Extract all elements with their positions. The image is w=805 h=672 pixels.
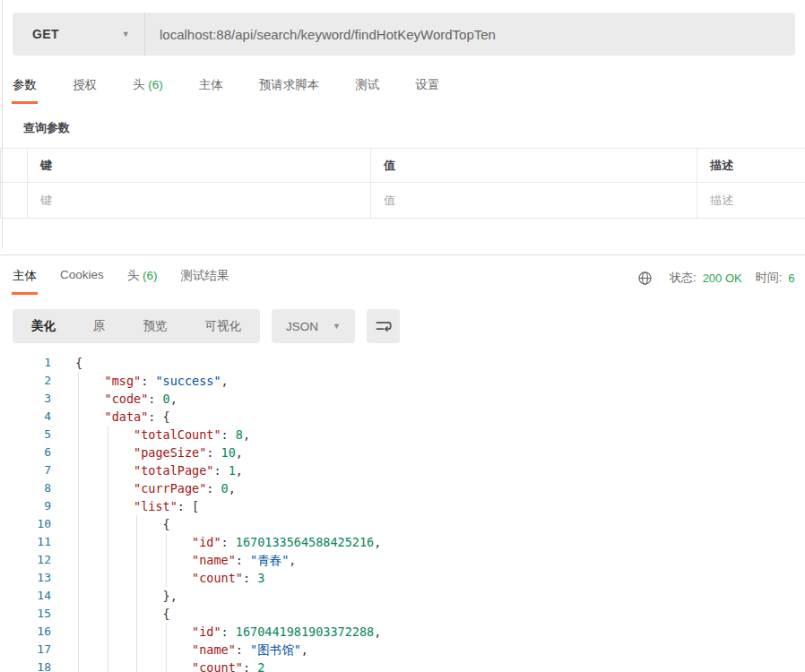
indent-guide <box>166 659 167 672</box>
response-tab-cookies[interactable]: Cookies <box>60 268 104 295</box>
time-label: 时间: <box>756 270 783 286</box>
param-key-input[interactable]: 键 <box>28 183 371 219</box>
indent-guide <box>136 515 137 533</box>
line-number: 13 <box>0 569 51 587</box>
param-value-input[interactable]: 值 <box>371 183 697 219</box>
response-toolbar: 美化原预览可视化 JSON ▼ <box>13 309 792 343</box>
code-line-content: "id": 1670133564588425216, <box>75 533 381 551</box>
line-number: 10 <box>0 515 51 533</box>
indent-guide <box>78 551 79 569</box>
request-tab-pre-request-script[interactable]: 预请求脚本 <box>259 77 320 104</box>
wrap-lines-button[interactable] <box>367 309 400 343</box>
line-number: 1 <box>0 354 51 372</box>
method-dropdown[interactable]: GET ▼ <box>13 13 145 56</box>
line-number: 17 <box>0 641 51 659</box>
indent-guide <box>78 659 79 672</box>
chevron-down-icon: ▼ <box>333 322 341 331</box>
indent-guide <box>108 444 108 461</box>
indent-guide <box>78 390 79 408</box>
indent-guide <box>136 587 137 605</box>
code-line-content: "id": 1670441981903372288, <box>75 623 381 641</box>
globe-icon <box>637 271 653 286</box>
indent-guide <box>108 533 108 551</box>
code-line: 7"totalPage": 1, <box>0 461 805 479</box>
code-line: 17"name": "图书馆", <box>0 641 805 659</box>
indent-guide <box>78 587 79 605</box>
indent-guide <box>166 533 167 551</box>
response-tab-body[interactable]: 主体 <box>13 268 37 295</box>
line-number: 15 <box>0 605 51 623</box>
response-status-bar: 状态: 200 OK 时间: 6 <box>637 270 795 286</box>
format-dropdown[interactable]: JSON ▼ <box>272 309 355 343</box>
code-line-content: "msg": "success", <box>75 372 229 390</box>
view-preview-button[interactable]: 预览 <box>125 309 186 343</box>
line-number: 6 <box>0 444 51 461</box>
code-line: 16"id": 1670441981903372288, <box>0 623 805 641</box>
code-line-content: }, <box>75 587 177 605</box>
indent-guide <box>78 569 79 587</box>
params-header-row: 键 值 描述 <box>1 149 805 183</box>
view-pretty-button[interactable]: 美化 <box>13 309 74 343</box>
method-label: GET <box>32 27 59 41</box>
params-key-header: 键 <box>28 149 371 183</box>
url-input[interactable]: localhost:88/api/search/keyword/findHotK… <box>145 13 795 56</box>
indent-guide <box>136 623 137 641</box>
request-url-bar: GET ▼ localhost:88/api/search/keyword/fi… <box>13 13 795 56</box>
indent-guide <box>136 533 137 551</box>
line-number: 3 <box>0 390 51 408</box>
line-number: 8 <box>0 479 51 497</box>
indent-guide <box>108 641 108 659</box>
line-number: 4 <box>0 408 51 426</box>
chevron-down-icon: ▼ <box>122 30 130 39</box>
header-count-badge: (6) <box>148 78 163 91</box>
url-text: localhost:88/api/search/keyword/findHotK… <box>160 27 496 42</box>
code-line: 18"count": 2 <box>0 659 805 672</box>
format-label: JSON <box>286 320 318 333</box>
wrap-lines-icon <box>374 317 393 336</box>
request-tab-tests[interactable]: 测试 <box>355 77 379 104</box>
indent-guide <box>108 479 108 497</box>
params-value-header: 值 <box>371 149 697 183</box>
indent-guide <box>78 408 79 426</box>
code-line: 15{ <box>0 605 805 623</box>
indent-guide <box>108 426 108 444</box>
code-line: 11"id": 1670133564588425216, <box>0 533 805 551</box>
indent-guide <box>78 426 79 444</box>
code-line: 14}, <box>0 587 805 605</box>
indent-guide <box>136 551 137 569</box>
line-number: 18 <box>0 659 51 672</box>
response-body-viewer: 1{2"msg": "success",3"code": 0,4"data": … <box>0 354 805 672</box>
params-description-header: 描述 <box>697 149 805 183</box>
indent-guide <box>78 479 79 497</box>
code-line: 10{ <box>0 515 805 533</box>
response-tab-test-results[interactable]: 测试结果 <box>181 268 229 295</box>
view-raw-button[interactable]: 原 <box>74 309 125 343</box>
view-switcher: 美化原预览可视化 <box>13 309 260 343</box>
indent-guide <box>108 569 108 587</box>
indent-guide <box>108 659 108 672</box>
request-tab-headers[interactable]: 头 (6) <box>133 77 163 104</box>
request-tab-body[interactable]: 主体 <box>199 77 223 104</box>
code-line-content: "name": "图书馆", <box>75 641 308 659</box>
line-number: 2 <box>0 372 51 390</box>
code-line-content: "totalPage": 1, <box>75 461 243 479</box>
request-tab-params[interactable]: 参数 <box>13 77 37 104</box>
indent-guide <box>78 623 79 641</box>
code-line-content: "data": { <box>75 408 170 426</box>
param-description-input[interactable]: 描述 <box>697 183 805 219</box>
indent-guide <box>166 551 167 569</box>
request-tab-authorization[interactable]: 授权 <box>73 77 97 104</box>
indent-guide <box>78 641 79 659</box>
request-tab-settings[interactable]: 设置 <box>415 77 439 104</box>
request-tabs: 参数授权头 (6)主体预请求脚本测试设置 <box>0 77 805 104</box>
code-line-content: "currPage": 0, <box>75 479 236 497</box>
view-visualize-button[interactable]: 可视化 <box>186 309 261 343</box>
code-line: 8"currPage": 0, <box>0 479 805 497</box>
response-tab-headers[interactable]: 头 (6) <box>127 268 158 295</box>
code-line: 1{ <box>0 354 805 372</box>
indent-guide <box>136 659 137 672</box>
indent-guide <box>166 623 167 641</box>
code-line: 13"count": 3 <box>0 569 805 587</box>
code-line-content: "name": "青春", <box>75 551 296 569</box>
status-label: 状态: <box>670 270 697 286</box>
